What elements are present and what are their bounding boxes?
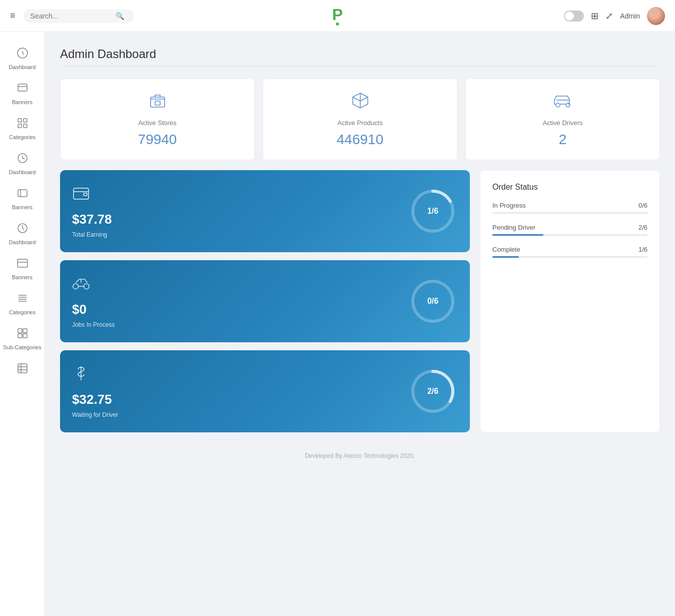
- sidebar-label: Dashboard: [9, 169, 36, 175]
- order-row-complete: Complete 1/6: [492, 246, 647, 258]
- order-bar-bg: [492, 256, 647, 258]
- sidebar-item-dashboard-1[interactable]: Dashboard: [0, 42, 45, 75]
- products-value: 446910: [337, 132, 383, 148]
- avatar-image: [647, 7, 665, 25]
- svg-rect-14: [18, 364, 27, 373]
- order-value: 0/6: [638, 202, 647, 209]
- waiting-progress: 2/6: [408, 366, 458, 416]
- grid-icon[interactable]: ⊞: [591, 11, 598, 22]
- top-navigation: ≡ 🔍 P ⊞ ⤢ Admin: [0, 0, 675, 32]
- metric-left-earning: $37.78 Total Earning: [72, 184, 112, 238]
- search-icon: 🔍: [116, 12, 124, 20]
- sidebar-label: Dashboard: [9, 239, 36, 245]
- logo-text: P: [332, 7, 343, 23]
- sidebar-item-dashboard-2[interactable]: Dashboard: [0, 147, 45, 180]
- sidebar-item-subcategories[interactable]: Sub-Categories: [0, 322, 45, 355]
- sidebar-label: Dashboard: [9, 64, 36, 70]
- svg-point-26: [73, 284, 79, 289]
- dashboard2-icon: [17, 152, 29, 167]
- svg-rect-19: [155, 101, 160, 105]
- jobs-value: $0: [72, 302, 115, 317]
- scooter-icon: [72, 274, 115, 296]
- hamburger-menu[interactable]: ≡: [10, 11, 16, 21]
- stores-value: 79940: [138, 132, 177, 148]
- waiting-value: $32.75: [72, 392, 118, 407]
- earning-progress-text: 1/6: [427, 207, 438, 216]
- products-icon: [351, 91, 370, 114]
- banners2-icon: [17, 187, 29, 202]
- svg-rect-22: [74, 188, 89, 199]
- categories2-icon: [17, 292, 29, 307]
- stat-card-active-drivers: Active Drivers 2: [465, 79, 660, 160]
- drivers-icon: [553, 91, 573, 114]
- svg-rect-1: [18, 84, 27, 91]
- sidebar-item-table[interactable]: [0, 357, 45, 382]
- order-row-header: Complete 1/6: [492, 246, 647, 253]
- order-bar-bg: [492, 234, 647, 236]
- sidebar-item-categories-2[interactable]: Categories: [0, 287, 45, 320]
- sidebar-label: Banners: [12, 99, 33, 105]
- metric-left-jobs: $0 Jobs In Process: [72, 274, 115, 328]
- order-label: In Progress: [492, 202, 525, 209]
- subcategories-icon: [17, 327, 29, 342]
- svg-rect-23: [84, 193, 87, 196]
- drivers-label: Active Drivers: [542, 119, 582, 127]
- svg-rect-13: [23, 334, 27, 338]
- sidebar-label: Categories: [9, 134, 36, 140]
- title-divider: [60, 66, 660, 67]
- svg-rect-10: [18, 329, 22, 333]
- table-icon: [17, 362, 29, 377]
- logo: P: [332, 7, 343, 26]
- svg-point-20: [556, 103, 560, 107]
- sidebar: Dashboard Banners Categories: [0, 32, 45, 616]
- sidebar-label: Banners: [12, 204, 33, 210]
- order-status-title: Order Status: [492, 183, 647, 192]
- svg-rect-18: [151, 97, 165, 107]
- metric-card-total-earning: $37.78 Total Earning 1/6: [60, 170, 470, 252]
- banners3-icon: [17, 257, 29, 272]
- sidebar-item-categories-1[interactable]: Categories: [0, 112, 45, 145]
- order-status-card: Order Status In Progress 0/6 Pending Dri…: [480, 170, 660, 432]
- earning-label: Total Earning: [72, 231, 112, 238]
- avatar[interactable]: [647, 7, 665, 25]
- earning-progress: 1/6: [408, 186, 458, 236]
- page-title: Admin Dashboard: [60, 47, 660, 61]
- metric-card-waiting: $32.75 Waiting for Driver 2/6: [60, 350, 470, 432]
- order-value: 2/6: [638, 224, 647, 231]
- metric-card-jobs: $0 Jobs In Process 0/6: [60, 260, 470, 342]
- dashboard-body: $37.78 Total Earning 1/6: [60, 170, 660, 432]
- jobs-progress-text: 0/6: [427, 297, 438, 306]
- order-bar: [492, 256, 519, 258]
- sidebar-item-banners-1[interactable]: Banners: [0, 77, 45, 110]
- order-row-header: In Progress 0/6: [492, 202, 647, 209]
- order-bar: [492, 234, 543, 236]
- theme-toggle[interactable]: [564, 11, 584, 22]
- order-status-column: Order Status In Progress 0/6 Pending Dri…: [480, 170, 660, 432]
- order-value: 1/6: [638, 246, 647, 253]
- svg-rect-12: [18, 334, 22, 338]
- categories-icon: [17, 117, 29, 132]
- banners-icon: [17, 82, 29, 97]
- expand-icon[interactable]: ⤢: [605, 11, 613, 22]
- dashboard3-icon: [17, 222, 29, 237]
- stat-card-active-stores: Active Stores 79940: [60, 79, 255, 160]
- drivers-value: 2: [559, 132, 567, 148]
- order-label: Complete: [492, 246, 520, 253]
- stat-card-active-products: Active Products 446910: [263, 79, 457, 160]
- order-row-header: Pending Driver 2/6: [492, 224, 647, 231]
- order-bar-bg: [492, 212, 647, 214]
- sidebar-label: Categories: [9, 309, 36, 315]
- sidebar-item-banners-2[interactable]: Banners: [0, 182, 45, 215]
- metric-cards-column: $37.78 Total Earning 1/6: [60, 170, 470, 432]
- sidebar-item-dashboard-3[interactable]: Dashboard: [0, 217, 45, 250]
- svg-rect-3: [24, 119, 27, 122]
- sidebar-item-banners-3[interactable]: Banners: [0, 252, 45, 285]
- main-layout: Dashboard Banners Categories: [0, 32, 675, 616]
- svg-rect-5: [24, 124, 27, 128]
- svg-rect-6: [18, 190, 27, 197]
- main-content: Admin Dashboard Active Stores 79940: [45, 32, 675, 616]
- search-input[interactable]: [31, 12, 116, 20]
- order-row-pending: Pending Driver 2/6: [492, 224, 647, 236]
- svg-point-27: [84, 284, 89, 289]
- products-label: Active Products: [337, 119, 382, 127]
